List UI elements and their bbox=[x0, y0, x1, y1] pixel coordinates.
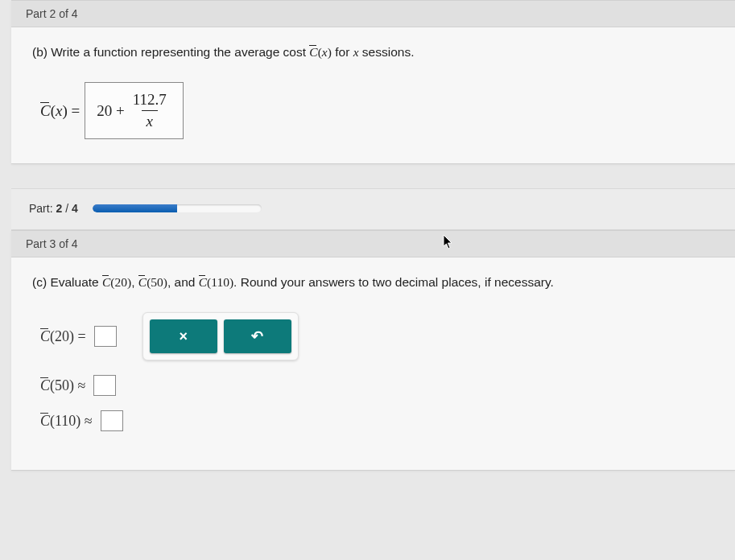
input-c110[interactable] bbox=[101, 410, 123, 431]
part-3-header: Part 3 of 4 bbox=[11, 231, 735, 257]
equation-b: C(x) = 20 + 112.7 x bbox=[40, 82, 714, 139]
progress-bar bbox=[93, 204, 262, 212]
close-icon: × bbox=[179, 328, 188, 345]
eval-line-110: C(110) ≈ bbox=[40, 410, 714, 431]
progress-label: Part: 2 / 4 bbox=[29, 202, 78, 215]
part-3-panel: Part 3 of 4 (c) Evaluate C(20), C(50), a… bbox=[11, 230, 735, 471]
cbar: C bbox=[309, 45, 317, 60]
part-2-header: Part 2 of 4 bbox=[11, 1, 735, 27]
part-2-label: Part 2 of 4 bbox=[26, 7, 78, 20]
part-b-prompt: (b) Write a function representing the av… bbox=[32, 45, 714, 60]
cbar-eval50: C bbox=[40, 377, 50, 394]
part-3-body: (c) Evaluate C(20), C(50), and C(110). R… bbox=[11, 257, 735, 470]
part-2-panel: Part 2 of 4 (b) Write a function represe… bbox=[11, 0, 735, 164]
answer-box-b: 20 + 112.7 x bbox=[85, 82, 184, 139]
cbar-c20: C bbox=[102, 275, 110, 290]
cbar-lhs: C bbox=[40, 102, 51, 120]
answer-constant: 20 + bbox=[97, 102, 124, 120]
part-c-prompt: (c) Evaluate C(20), C(50), and C(110). R… bbox=[32, 275, 714, 290]
input-c20[interactable] bbox=[94, 326, 117, 347]
cbar-c50: C bbox=[138, 275, 147, 290]
reset-button[interactable]: ↶ bbox=[224, 319, 291, 353]
clear-button[interactable]: × bbox=[150, 319, 217, 353]
undo-icon: ↶ bbox=[251, 327, 263, 345]
fraction-denominator: x bbox=[142, 110, 158, 130]
input-c50[interactable] bbox=[93, 375, 116, 396]
cbar-eval110: C bbox=[40, 413, 50, 430]
progress-fill bbox=[93, 204, 177, 212]
eval-line-50: C(50) ≈ bbox=[40, 375, 714, 396]
eval-line-20: C(20) = × ↶ bbox=[40, 312, 714, 360]
cbar-eval20: C bbox=[40, 328, 50, 345]
answer-fraction: 112.7 x bbox=[128, 91, 171, 130]
fraction-numerator: 112.7 bbox=[128, 91, 171, 110]
part-3-label: Part 3 of 4 bbox=[26, 237, 78, 250]
answer-toolbar: × ↶ bbox=[142, 312, 299, 360]
progress-section: Part: 2 / 4 bbox=[11, 188, 735, 230]
part-2-body: (b) Write a function representing the av… bbox=[11, 27, 735, 163]
cbar-c110: C bbox=[199, 275, 207, 290]
